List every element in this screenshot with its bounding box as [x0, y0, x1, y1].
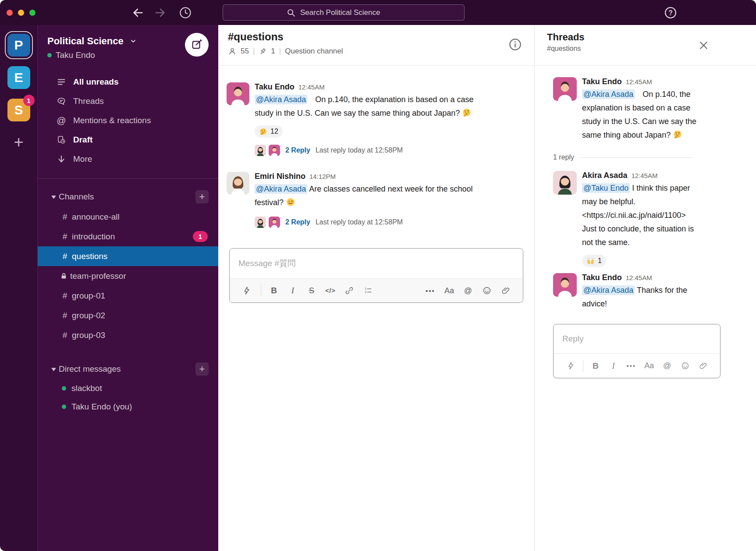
bold-button[interactable]: B — [268, 285, 280, 296]
close-threads-button[interactable] — [698, 39, 710, 53]
channel-group-02[interactable]: # group-02 — [38, 306, 218, 325]
message-time[interactable]: 12:45AM — [298, 83, 325, 91]
workspace-p-button[interactable]: P — [7, 34, 30, 57]
current-user[interactable]: Taku Endo — [47, 50, 209, 60]
channels-section-header[interactable]: Channels + — [38, 187, 218, 207]
avatar[interactable] — [227, 172, 249, 195]
mention-link[interactable]: @Akira Asada — [255, 184, 307, 194]
more-actions-button[interactable]: ••• — [626, 360, 637, 372]
attach-button[interactable] — [500, 285, 511, 296]
message-author[interactable]: Taku Endo — [582, 273, 622, 282]
reaction-pill[interactable]: 12 — [255, 125, 283, 138]
channel-info-button[interactable] — [508, 38, 522, 53]
search-bar[interactable] — [223, 4, 465, 21]
message-time[interactable]: 14:12PM — [309, 173, 336, 180]
sidebar-item-mentions[interactable]: @ Mentions & reactions — [38, 111, 218, 130]
mention-link[interactable]: @Akira Asada — [255, 95, 307, 104]
thread-summary[interactable]: 2 Reply Last reply today at 12:58PM — [255, 217, 474, 228]
channel-header: #questions 55 | 1 | Question channel — [218, 25, 534, 66]
thread-content: Taku Endo 12:45AM @Akira Asada On p.140,… — [535, 66, 743, 378]
info-circle-icon — [508, 38, 522, 51]
members-icon[interactable] — [228, 47, 237, 56]
mention-link[interactable]: @Akira Asada — [582, 89, 635, 99]
dm-slackbot[interactable]: slackbot — [38, 379, 218, 398]
channel-introduction[interactable]: # introduction 1 — [38, 227, 218, 246]
channel-team-professor[interactable]: team-professor — [38, 266, 218, 286]
sidebar-item-all-unreads[interactable]: All unreads — [38, 72, 218, 92]
dms-section-header[interactable]: Direct messages + — [38, 359, 218, 379]
message-input[interactable] — [230, 249, 523, 278]
channel-group-03[interactable]: # group-03 — [38, 325, 218, 345]
close-window-button[interactable] — [7, 10, 13, 16]
threads-panel: Threads #questions Taku Endo 12:45AM — [535, 25, 756, 551]
threads-title: Threads — [547, 32, 756, 43]
compose-button[interactable] — [185, 33, 209, 57]
channel-questions[interactable]: # questions — [38, 246, 218, 266]
minimize-window-button[interactable] — [18, 10, 24, 16]
avatar[interactable] — [553, 171, 577, 195]
last-reply-time: Last reply today at 12:58PM — [316, 218, 403, 226]
history-button[interactable] — [179, 6, 192, 19]
add-channel-button[interactable]: + — [195, 190, 209, 203]
mention-button[interactable]: @ — [661, 360, 673, 372]
strikethrough-button[interactable]: S — [306, 285, 317, 296]
member-count[interactable]: 55 — [241, 47, 249, 56]
channel-topic[interactable]: Question channel — [285, 47, 343, 56]
pin-count[interactable]: 1 — [271, 47, 275, 56]
shortcuts-button[interactable] — [565, 360, 576, 372]
message-time[interactable]: 12:45AM — [626, 78, 652, 85]
text-format-button[interactable]: Aa — [643, 360, 655, 372]
workspace-s-badge: 1 — [23, 95, 35, 106]
sidebar-item-draft[interactable]: Draft — [38, 130, 218, 149]
sidebar-item-threads[interactable]: Threads — [38, 92, 218, 111]
channel-announce-all[interactable]: # announce-all — [38, 207, 218, 227]
italic-button[interactable]: I — [287, 285, 298, 296]
mention-link[interactable]: @Akira Asada — [582, 285, 635, 295]
bold-button[interactable]: B — [590, 360, 601, 372]
reply-count-link[interactable]: 2 Reply — [285, 218, 310, 226]
lock-icon — [60, 272, 67, 280]
message-time[interactable]: 12:45AM — [626, 274, 652, 281]
back-button[interactable] — [131, 6, 145, 19]
forward-button[interactable] — [153, 6, 167, 19]
pin-icon[interactable] — [259, 47, 267, 56]
dm-taku-endo[interactable]: Taku Endo (you) — [38, 398, 218, 416]
message-time[interactable]: 12:45AM — [631, 172, 657, 179]
ordered-list-button[interactable]: 12 — [362, 285, 374, 296]
thread-summary[interactable]: 2 Reply Last reply today at 12:58PM — [255, 145, 474, 156]
attach-button[interactable] — [697, 360, 709, 372]
avatar[interactable] — [553, 273, 577, 297]
threads-header: Threads #questions — [535, 25, 756, 66]
reply-input[interactable] — [554, 324, 720, 353]
thinking-emoji — [462, 108, 472, 117]
workspace-e-button[interactable]: E — [7, 66, 30, 89]
mention-link[interactable]: @Taku Endo — [582, 183, 630, 193]
emoji-button[interactable] — [679, 360, 691, 372]
message-author[interactable]: Taku Endo — [582, 77, 622, 86]
message-author[interactable]: Emiri Nishino — [255, 172, 305, 181]
italic-button[interactable]: I — [608, 360, 619, 372]
text-format-button[interactable]: Aa — [444, 285, 455, 296]
message-author[interactable]: Taku Endo — [255, 82, 295, 92]
channel-group-01[interactable]: # group-01 — [38, 286, 218, 306]
more-actions-button[interactable]: ••• — [425, 285, 436, 296]
sidebar-item-more[interactable]: More — [38, 149, 218, 169]
shortcuts-button[interactable] — [241, 285, 252, 296]
add-dm-button[interactable]: + — [195, 363, 209, 376]
avatar[interactable] — [553, 77, 577, 101]
paperclip-icon — [501, 286, 510, 295]
reply-count-link[interactable]: 2 Reply — [285, 146, 310, 154]
search-input[interactable] — [300, 8, 401, 17]
avatar[interactable] — [227, 82, 249, 105]
compose-pencil-icon — [191, 39, 202, 50]
add-workspace-button[interactable]: + — [14, 135, 23, 149]
help-button[interactable]: ? — [664, 6, 677, 19]
reaction-pill[interactable]: 1 — [582, 255, 606, 267]
message-author[interactable]: Akira Asada — [582, 171, 627, 180]
mention-button[interactable]: @ — [462, 285, 474, 296]
emoji-button[interactable] — [481, 285, 493, 296]
code-button[interactable]: </> — [325, 285, 336, 296]
zoom-window-button[interactable] — [29, 10, 35, 16]
sidebar-divider — [38, 178, 218, 179]
link-button[interactable] — [344, 285, 355, 296]
